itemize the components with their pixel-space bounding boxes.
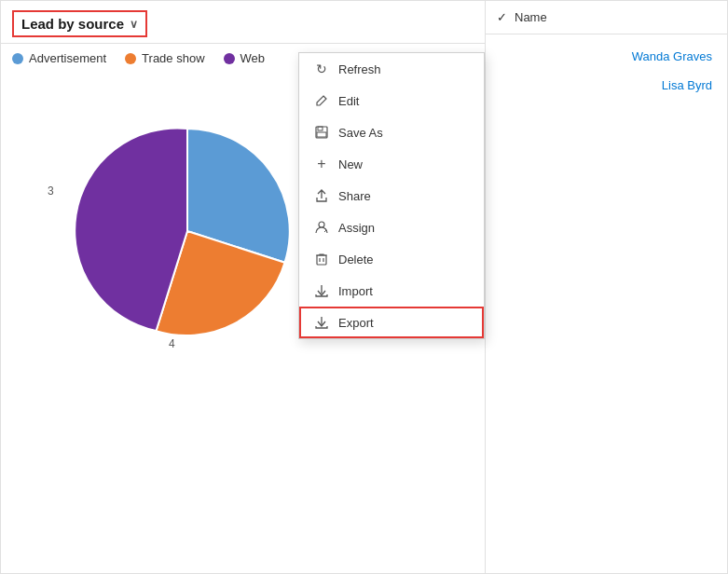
legend-dot-tradeshow <box>125 53 136 64</box>
chevron-down-icon: ∨ <box>130 18 138 31</box>
menu-item-import[interactable]: Import <box>299 275 484 307</box>
menu-label-save-as: Save As <box>338 126 383 140</box>
menu-item-share[interactable]: Share <box>299 180 484 212</box>
import-icon <box>314 283 329 298</box>
menu-label-import: Import <box>338 284 373 298</box>
pie-svg <box>66 110 309 352</box>
legend-item-tradeshow: Trade show <box>125 51 204 65</box>
label-tradeshow: 4 <box>169 337 175 350</box>
menu-label-new: New <box>338 157 363 171</box>
person-list: Wanda Graves Lisa Byrd <box>486 34 727 107</box>
person-item-wanda[interactable]: Wanda Graves <box>486 42 727 71</box>
chart-title-button[interactable]: Lead by source ∨ <box>12 10 147 37</box>
menu-label-assign: Assign <box>338 221 375 235</box>
new-icon: + <box>314 157 329 171</box>
menu-item-export[interactable]: Export <box>299 307 484 338</box>
refresh-icon: ↻ <box>314 62 329 76</box>
menu-label-export: Export <box>338 316 374 330</box>
person-item-lisa[interactable]: Lisa Byrd <box>486 71 727 100</box>
save-as-icon <box>314 125 329 140</box>
export-icon <box>314 315 329 330</box>
share-icon <box>314 188 329 203</box>
check-icon: ✓ <box>497 10 507 24</box>
svg-rect-4 <box>317 255 326 265</box>
main-container: Lead by source ∨ ⤢ ••• Advertisement Tra… <box>0 0 728 574</box>
label-web: 3 <box>48 184 54 198</box>
svg-point-3 <box>319 222 324 227</box>
legend-label-tradeshow: Trade show <box>142 51 204 65</box>
menu-item-save-as[interactable]: Save As <box>299 116 484 148</box>
legend-item-advertisement: Advertisement <box>12 51 106 65</box>
dropdown-menu: ↻ Refresh Edit Save As + New <box>298 52 485 339</box>
legend-label-web: Web <box>240 51 266 65</box>
right-panel-header: ✓ Name <box>486 1 727 34</box>
chart-title: Lead by source <box>21 16 124 32</box>
menu-label-delete: Delete <box>338 253 374 266</box>
svg-rect-2 <box>317 132 326 137</box>
menu-item-delete[interactable]: Delete <box>299 243 484 275</box>
menu-item-refresh[interactable]: ↻ Refresh <box>299 53 484 85</box>
menu-item-new[interactable]: + New <box>299 148 484 180</box>
delete-icon <box>314 252 329 266</box>
assign-icon <box>314 220 329 235</box>
svg-rect-1 <box>318 127 323 130</box>
menu-item-assign[interactable]: Assign <box>299 212 484 243</box>
legend-label-advertisement: Advertisement <box>29 51 106 65</box>
pie-chart: 3 4 3 <box>66 110 309 355</box>
menu-item-edit[interactable]: Edit <box>299 85 484 116</box>
right-panel: ✓ Name Wanda Graves Lisa Byrd <box>485 1 727 573</box>
legend-item-web: Web <box>224 51 266 65</box>
legend-dot-web <box>224 53 235 64</box>
column-name-label: Name <box>515 10 547 24</box>
menu-label-share: Share <box>338 189 371 203</box>
edit-icon <box>314 93 329 108</box>
legend-dot-advertisement <box>12 53 23 64</box>
menu-label-refresh: Refresh <box>338 62 381 76</box>
menu-label-edit: Edit <box>338 94 359 108</box>
